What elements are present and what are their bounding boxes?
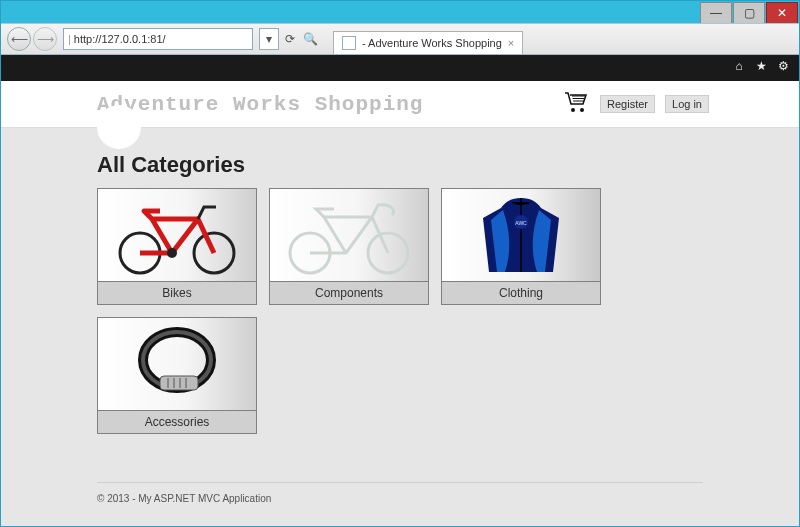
category-thumb	[98, 189, 256, 281]
window-close-button[interactable]: ✕	[766, 2, 798, 24]
refresh-icon[interactable]: ⟳	[281, 29, 299, 49]
forward-button[interactable]: ⟶	[33, 27, 57, 51]
search-icon[interactable]: 🔍	[301, 29, 319, 49]
caret-icon: |	[68, 33, 71, 45]
category-label: Accessories	[98, 410, 256, 433]
svg-point-1	[580, 108, 584, 112]
browser-tab[interactable]: - Adventure Works Shopping ×	[333, 31, 523, 54]
address-bar[interactable]: | http://127.0.0.1:81/	[63, 28, 253, 50]
category-card-bikes[interactable]: Bikes	[97, 188, 257, 305]
tab-close-icon[interactable]: ×	[508, 37, 514, 49]
window-titlebar: — ▢ ✕	[1, 1, 799, 23]
footer-text: © 2013 - My ASP.NET MVC Application	[97, 493, 271, 504]
category-card-components[interactable]: Components	[269, 188, 429, 305]
site-title[interactable]: Adventure Works Shopping	[97, 93, 423, 116]
page-heading: All Categories	[97, 152, 703, 178]
ssl-dropdown-icon[interactable]: ▾	[259, 28, 279, 50]
window-maximize-button[interactable]: ▢	[733, 2, 765, 24]
register-link[interactable]: Register	[600, 95, 655, 113]
category-label: Components	[270, 281, 428, 304]
window-minimize-button[interactable]: —	[700, 2, 732, 24]
category-thumb: AWC	[442, 189, 600, 281]
tab-title: - Adventure Works Shopping	[362, 37, 502, 49]
site-header: Adventure Works Shopping Register Log in	[1, 81, 799, 128]
category-card-clothing[interactable]: AWC Clothing	[441, 188, 601, 305]
address-url: http://127.0.0.1:81/	[74, 33, 166, 45]
command-bar: ⌂ ★ ⚙	[1, 55, 799, 77]
tab-strip: - Adventure Works Shopping ×	[333, 24, 523, 54]
category-thumb	[270, 189, 428, 281]
category-label: Bikes	[98, 281, 256, 304]
category-label: Clothing	[442, 281, 600, 304]
page-footer: © 2013 - My ASP.NET MVC Application	[97, 482, 703, 526]
browser-window: — ▢ ✕ ⟵ ⟶ | http://127.0.0.1:81/ ▾ ⟳ 🔍 -…	[0, 0, 800, 527]
back-button[interactable]: ⟵	[7, 27, 31, 51]
favorites-icon[interactable]: ★	[753, 58, 769, 74]
home-icon[interactable]: ⌂	[731, 58, 747, 74]
category-card-accessories[interactable]: Accessories	[97, 317, 257, 434]
login-link[interactable]: Log in	[665, 95, 709, 113]
category-thumb	[98, 318, 256, 410]
cart-icon[interactable]	[564, 91, 590, 117]
tools-icon[interactable]: ⚙	[775, 58, 791, 74]
browser-toolbar: ⟵ ⟶ | http://127.0.0.1:81/ ▾ ⟳ 🔍 - Adven…	[1, 23, 799, 55]
svg-text:AWC: AWC	[515, 220, 527, 226]
page-content: Adventure Works Shopping Register Log in…	[1, 77, 799, 526]
category-grid: Bikes Components	[97, 188, 703, 434]
page-icon	[342, 36, 356, 50]
header-notch	[97, 105, 141, 149]
svg-rect-11	[160, 376, 198, 390]
svg-point-4	[167, 248, 177, 258]
svg-point-0	[571, 108, 575, 112]
